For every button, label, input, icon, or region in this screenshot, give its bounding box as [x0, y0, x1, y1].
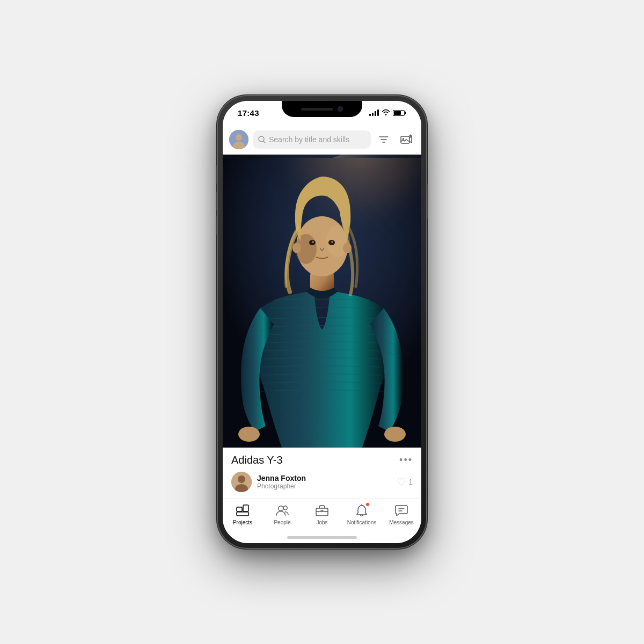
- author-role: Photographer: [257, 482, 306, 490]
- phone-screen: 17:43: [223, 101, 421, 543]
- search-input[interactable]: Search by title and skills: [253, 130, 371, 149]
- svg-point-30: [283, 506, 287, 510]
- tab-people-label: People: [274, 519, 290, 525]
- tab-people[interactable]: People: [262, 503, 302, 525]
- card-info: Adidas Y-3 ••• Jenna Foxton Photographer: [223, 448, 421, 499]
- tab-notifications-label: Notifications: [347, 519, 376, 525]
- tab-notifications[interactable]: Notifications: [342, 503, 382, 525]
- search-bar: Search by title and skills: [223, 125, 421, 155]
- status-bar: 17:43: [223, 101, 421, 125]
- card-title-row: Adidas Y-3 •••: [231, 454, 413, 466]
- svg-point-24: [238, 475, 245, 483]
- author-name: Jenna Foxton: [257, 474, 306, 482]
- portrait-svg: [223, 158, 421, 448]
- notifications-icon: [355, 503, 369, 517]
- svg-rect-7: [401, 136, 409, 143]
- like-count: 1: [408, 478, 413, 486]
- notification-dot: [365, 502, 370, 507]
- tab-jobs[interactable]: Jobs: [302, 503, 342, 525]
- svg-point-1: [236, 134, 242, 141]
- battery-icon: [393, 110, 406, 116]
- people-icon: [275, 503, 289, 517]
- wifi-icon: [382, 109, 390, 117]
- status-icons: [369, 109, 406, 117]
- signal-icon: [369, 109, 379, 116]
- svg-point-21: [238, 427, 260, 442]
- svg-rect-26: [237, 507, 242, 511]
- home-indicator: [287, 536, 357, 539]
- notch: [282, 101, 362, 117]
- heart-icon: ♡: [397, 475, 406, 488]
- search-icon: [258, 136, 266, 143]
- like-button[interactable]: ♡ 1: [397, 475, 413, 488]
- svg-point-17: [312, 241, 314, 243]
- card-title: Adidas Y-3: [231, 454, 283, 466]
- phone-frame: 17:43: [217, 96, 427, 548]
- svg-point-29: [279, 506, 283, 511]
- author-avatar[interactable]: [231, 472, 252, 492]
- header-actions: [375, 131, 415, 148]
- tab-jobs-label: Jobs: [316, 519, 327, 525]
- tab-projects[interactable]: Projects: [223, 503, 262, 525]
- card-author-row: Jenna Foxton Photographer ♡ 1: [231, 472, 413, 492]
- notch-speaker: [301, 108, 333, 111]
- status-time: 17:43: [238, 108, 259, 118]
- search-placeholder: Search by title and skills: [269, 135, 349, 144]
- projects-icon: [236, 503, 250, 517]
- svg-rect-28: [243, 505, 248, 511]
- tab-messages[interactable]: Messages: [382, 503, 421, 525]
- tab-projects-label: Projects: [233, 519, 252, 525]
- svg-rect-31: [316, 508, 328, 516]
- svg-point-19: [292, 243, 301, 253]
- svg-rect-27: [237, 512, 248, 516]
- svg-point-22: [384, 427, 406, 442]
- user-avatar[interactable]: [229, 130, 248, 149]
- notch-camera: [338, 106, 343, 112]
- upload-image-button[interactable]: [398, 131, 415, 148]
- filter-button[interactable]: [375, 131, 392, 148]
- portrait-background: [223, 155, 421, 448]
- jobs-icon: [315, 503, 329, 517]
- svg-point-18: [331, 241, 333, 243]
- tab-messages-label: Messages: [389, 519, 414, 525]
- author-info: Jenna Foxton Photographer: [231, 472, 306, 492]
- more-options-button[interactable]: •••: [399, 455, 413, 466]
- messages-icon: [394, 503, 408, 517]
- svg-point-20: [343, 243, 352, 253]
- featured-image[interactable]: [223, 155, 421, 448]
- author-details: Jenna Foxton Photographer: [257, 474, 306, 490]
